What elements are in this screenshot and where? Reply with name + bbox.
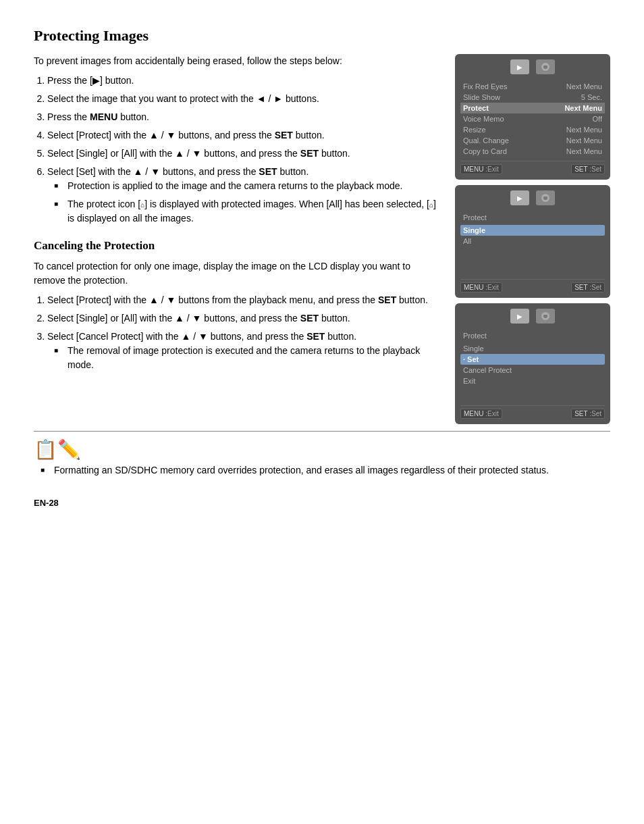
cancel-protect-option: Cancel Protect [460,365,605,376]
menu-row: Voice MemoOff [460,113,605,124]
menu-row: Copy to CardNext Menu [460,146,605,157]
menu-row: Slide Show5 Sec. [460,92,605,103]
note-item: Formatting an SD/SDHC memory card overri… [41,463,610,478]
menu-row: Qual. ChangeNext Menu [460,135,605,146]
step-6-bullets: Protection is applied to the image and t… [54,179,441,226]
menu-row: Fix Red EyesNext Menu [460,81,605,92]
menu-exit-btn: MENU :Exit [460,164,502,174]
cancel-section-title: Canceling the Protection [34,239,441,253]
cancel-step-2: Select [Single] or [All] with the ▲ / ▼ … [47,311,441,326]
screen2-title: Protect [460,212,605,223]
step-5: Select [Single] or [All] with the ▲ / ▼ … [47,147,441,161]
menu-exit-btn-3: MENU :Exit [460,409,502,419]
cancel-bullet-1: The removal of image protection is execu… [54,344,441,372]
playback-icon-2: ▶ [510,190,529,205]
step-3: Press the MENU button. [47,110,441,124]
cancel-steps-list: Select [Protect] with the ▲ / ▼ buttons … [47,293,441,372]
all-option: All [460,236,605,247]
note-divider [34,431,610,432]
cancel-intro: To cancel protection for only one image,… [34,259,441,288]
intro-text: To prevent images from accidentally bein… [34,54,441,68]
step-4: Select [Protect] with the ▲ / ▼ buttons,… [47,128,441,143]
notepad-icon: 📋✏️ [34,438,81,461]
set-option: · Set [460,354,605,365]
page-title: Protecting Images [34,27,610,45]
menu-exit-btn-2: MENU :Exit [460,282,502,292]
screen3-menu: Single · Set Cancel Protect Exit [460,343,605,386]
camera-screen-1: ▶ Fix Red EyesNext Menu Slide Show5 Sec.… [455,54,610,180]
note-header: 📋✏️ [34,438,610,461]
exit-option: Exit [460,376,605,386]
scene-icon-3 [536,309,555,324]
step-6: Select [Set] with the ▲ / ▼ buttons, and… [47,165,441,226]
note-list: Formatting an SD/SDHC memory card overri… [41,463,610,478]
note-section: 📋✏️ Formatting an SD/SDHC memory card ov… [34,438,610,478]
cancel-step-1: Select [Protect] with the ▲ / ▼ buttons … [47,293,441,307]
bullet-1: Protection is applied to the image and t… [54,179,441,193]
camera-screen-3: ▶ Protect Single · Set Cancel Protect Ex… [455,303,610,424]
screen1-menu: Fix Red EyesNext Menu Slide Show5 Sec. P… [460,81,605,157]
screen3-title: Protect [460,330,605,341]
screen1-footer: MENU :Exit SET :Set [460,161,605,174]
step-1: Press the [▶] button. [47,74,441,88]
step-2: Select the image that you want to protec… [47,92,441,106]
screen2-footer: MENU :Exit SET :Set [460,279,605,292]
single-option: Single [460,225,605,236]
set-btn-2: SET :Set [571,282,605,292]
bullet-2: The protect icon [⌂] is displayed with p… [54,197,441,226]
set-btn-3: SET :Set [571,409,605,419]
cancel-bullets: The removal of image protection is execu… [54,344,441,372]
playback-icon: ▶ [510,59,529,74]
steps-list: Press the [▶] button. Select the image t… [47,74,441,226]
menu-row-protect: ProtectNext Menu [460,103,605,113]
camera-screen-2: ▶ Protect Single All MENU :Exit SET :Set [455,185,610,298]
main-text-column: To prevent images from accidentally bein… [34,54,441,424]
screen3-header: ▶ [460,309,605,326]
single-option-3: Single [460,343,605,354]
camera-screens-column: ▶ Fix Red EyesNext Menu Slide Show5 Sec.… [455,54,610,424]
playback-icon-3: ▶ [510,309,529,324]
scene-icon-2 [536,190,555,205]
cancel-step-3: Select [Cancel Protect] with the ▲ / ▼ b… [47,330,441,372]
page-number: EN-28 [34,498,610,508]
screen3-footer: MENU :Exit SET :Set [460,405,605,419]
scene-icon [536,59,555,74]
screen2-menu: Single All [460,225,605,247]
screen1-header: ▶ [460,59,605,77]
set-btn: SET :Set [571,164,605,174]
screen2-header: ▶ [460,190,605,208]
menu-row: ResizeNext Menu [460,124,605,135]
